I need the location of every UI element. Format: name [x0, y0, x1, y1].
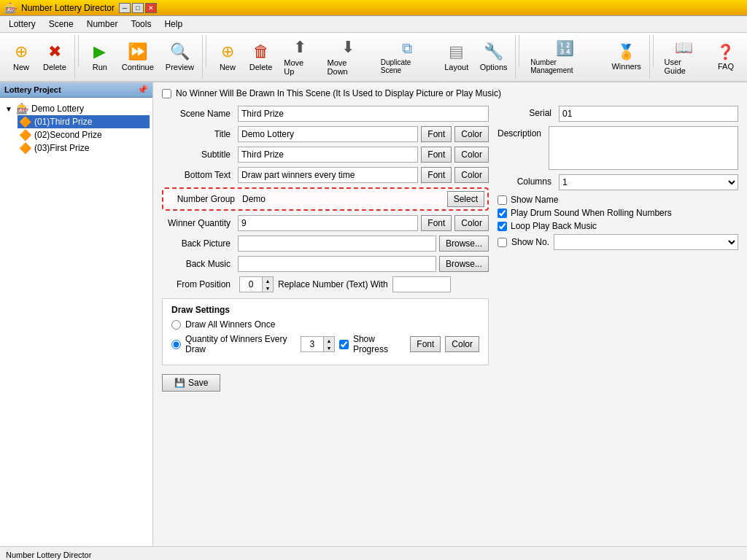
- move-up-button[interactable]: ⬆ Move Up: [279, 35, 320, 79]
- duplicate-scene-icon: ⧉: [402, 40, 412, 57]
- quantity-down-button[interactable]: ▼: [324, 344, 334, 351]
- spinner-down-button[interactable]: ▼: [263, 284, 273, 292]
- preview-button[interactable]: 🔍 Preview: [160, 39, 199, 74]
- tree-child-icon-0: 🔶: [19, 116, 31, 128]
- show-no-checkbox[interactable]: [498, 238, 507, 247]
- draw-color-button[interactable]: Color: [445, 336, 479, 352]
- tree-root-row[interactable]: ▼ 🎰 Demo Lottery: [3, 102, 150, 115]
- serial-row: Serial: [498, 106, 738, 122]
- toolbar-group-lottery: ⊕ New ✖ Delete: [3, 35, 75, 79]
- subtitle-font-button[interactable]: Font: [421, 147, 452, 163]
- tree-child-icon-2: 🔶: [19, 142, 31, 154]
- delete-scene-button[interactable]: 🗑 Delete: [244, 39, 277, 74]
- quantity-draw-row: Quantity of Winners Every Draw ▲ ▼ Show …: [171, 334, 479, 354]
- back-picture-browse-button[interactable]: Browse...: [439, 236, 489, 252]
- show-progress-checkbox[interactable]: [339, 340, 349, 349]
- loop-play-checkbox[interactable]: [498, 222, 507, 231]
- tree-node-root: ▼ 🎰 Demo Lottery 🔶 (01)Third Prize 🔶 (02…: [3, 101, 150, 156]
- menu-tools[interactable]: Tools: [125, 18, 157, 31]
- draw-font-button[interactable]: Font: [410, 336, 441, 352]
- duplicate-scene-label: Duplicate Scene: [381, 58, 433, 74]
- delete-lottery-button[interactable]: ✖ Delete: [38, 39, 71, 74]
- delete-scene-label: Delete: [249, 63, 273, 71]
- tree-item-label-2: (03)First Prize: [34, 143, 89, 153]
- toolbar-group-help: 📖 User Guide ❓ FAQ: [657, 35, 744, 79]
- winner-quantity-font-button[interactable]: Font: [421, 215, 452, 231]
- tree-item-label-0: (01)Third Prize: [34, 117, 92, 127]
- subtitle-color-button[interactable]: Color: [454, 147, 489, 163]
- maximize-button[interactable]: □: [132, 3, 144, 13]
- continue-label: Continue: [122, 63, 154, 71]
- minimize-button[interactable]: ─: [119, 3, 131, 13]
- title-color-button[interactable]: Color: [454, 126, 489, 142]
- faq-button[interactable]: ❓ FAQ: [711, 40, 741, 74]
- loop-play-row: Loop Play Back Music: [498, 221, 738, 231]
- number-management-icon: 🔢: [556, 39, 574, 57]
- close-button[interactable]: ✕: [145, 3, 157, 13]
- menu-scene[interactable]: Scene: [43, 18, 80, 31]
- spinner-up-button[interactable]: ▲: [263, 277, 273, 284]
- number-management-button[interactable]: 🔢 Number Management: [525, 36, 605, 77]
- tree-item-second-prize[interactable]: 🔶 (02)Second Prize: [18, 128, 150, 141]
- back-picture-input[interactable]: [238, 236, 436, 252]
- serial-input[interactable]: [559, 106, 738, 122]
- subtitle-label: Subtitle: [162, 149, 235, 160]
- delete-lottery-label: Delete: [43, 63, 66, 71]
- pin-icon[interactable]: 📌: [137, 85, 148, 95]
- title-font-button[interactable]: Font: [421, 126, 452, 142]
- winner-quantity-color-button[interactable]: Color: [454, 215, 489, 231]
- new-lottery-button[interactable]: ⊕ New: [6, 39, 36, 74]
- tree-item-first-prize[interactable]: 🔶 (03)First Prize: [18, 141, 150, 155]
- play-drum-checkbox[interactable]: [498, 209, 507, 218]
- back-music-browse-button[interactable]: Browse...: [439, 256, 489, 272]
- bottom-text-font-button[interactable]: Font: [421, 167, 452, 183]
- columns-row: Columns 1 2 3 4: [498, 174, 738, 190]
- description-textarea[interactable]: [549, 126, 738, 170]
- no-winner-checkbox[interactable]: [162, 89, 171, 98]
- subtitle-input[interactable]: [238, 147, 418, 163]
- options-label: Options: [480, 63, 508, 71]
- bottom-text-input[interactable]: [238, 167, 418, 183]
- show-name-checkbox[interactable]: [498, 195, 507, 205]
- status-text: Number Lottery Director: [6, 551, 91, 559]
- new-scene-button[interactable]: ⊕ New: [212, 39, 243, 74]
- move-down-label: Move Down: [328, 58, 369, 76]
- number-group-input[interactable]: [239, 191, 447, 207]
- faq-label: FAQ: [718, 62, 734, 71]
- number-group-select-button[interactable]: Select: [447, 191, 484, 207]
- user-guide-button[interactable]: 📖 User Guide: [659, 36, 709, 78]
- back-music-input[interactable]: [238, 256, 436, 272]
- layout-button[interactable]: ▤ Layout: [439, 39, 473, 74]
- from-position-input[interactable]: [240, 277, 262, 292]
- layout-icon: ▤: [449, 42, 464, 61]
- faq-icon: ❓: [716, 43, 735, 61]
- show-no-select[interactable]: [554, 234, 738, 250]
- winner-quantity-input[interactable]: [238, 215, 418, 231]
- columns-select[interactable]: 1 2 3 4: [559, 174, 738, 190]
- replace-input[interactable]: [392, 276, 451, 292]
- options-button[interactable]: 🔧 Options: [475, 39, 512, 74]
- tree-item-third-prize[interactable]: 🔶 (01)Third Prize: [18, 115, 150, 128]
- run-button[interactable]: ▶ Run: [85, 39, 115, 74]
- options-icon: 🔧: [484, 42, 503, 61]
- scene-name-input[interactable]: [238, 106, 489, 122]
- save-area: 💾 Save: [162, 371, 489, 394]
- tree-item-label-1: (02)Second Prize: [34, 130, 102, 140]
- menu-help[interactable]: Help: [158, 18, 188, 31]
- bottom-text-color-button[interactable]: Color: [454, 167, 489, 183]
- winners-button[interactable]: 🏅 Winners: [607, 40, 646, 74]
- from-position-label: From Position: [162, 279, 235, 289]
- from-position-row: From Position ▲ ▼ Replace Number (Text) …: [162, 276, 489, 292]
- menu-lottery[interactable]: Lottery: [3, 18, 42, 31]
- title-input[interactable]: [238, 126, 418, 142]
- draw-all-radio[interactable]: [171, 320, 181, 330]
- bottom-text-row: Bottom Text Font Color: [162, 167, 489, 183]
- quantity-input[interactable]: [301, 337, 323, 351]
- quantity-draw-radio[interactable]: [171, 340, 181, 349]
- duplicate-scene-button[interactable]: ⧉ Duplicate Scene: [376, 37, 438, 77]
- menu-number[interactable]: Number: [81, 18, 124, 31]
- quantity-up-button[interactable]: ▲: [324, 337, 334, 344]
- move-down-button[interactable]: ⬇ Move Down: [322, 35, 374, 79]
- continue-button[interactable]: ⏩ Continue: [117, 39, 159, 74]
- save-button[interactable]: 💾 Save: [162, 374, 220, 392]
